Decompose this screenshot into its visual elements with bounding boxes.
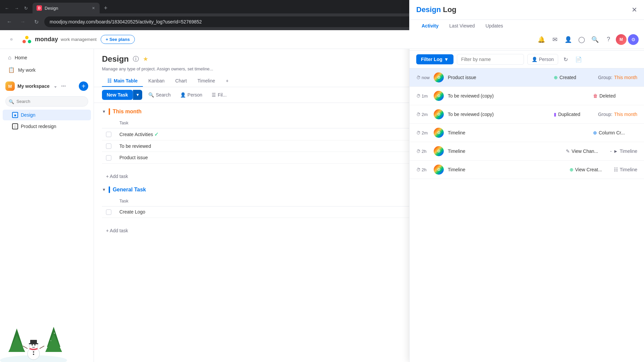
- tab-chart[interactable]: Chart: [170, 75, 192, 87]
- activity-group-link[interactable]: This month: [614, 112, 637, 117]
- column-created-icon: ⊕: [593, 130, 597, 135]
- clock-icon: ⏱: [416, 130, 421, 135]
- reload-btn[interactable]: ↻: [22, 4, 30, 12]
- activity-row: ⏱ 2m ⚙ To be reviewed (copy) ▮ Duplicate…: [410, 105, 644, 124]
- svg-marker-5: [8, 335, 25, 352]
- apps-grid-btn[interactable]: ▫: [5, 34, 17, 46]
- person-filter-icon: 👤: [532, 57, 537, 62]
- sidebar-search-icon: 🔍: [9, 99, 14, 104]
- workspace-header[interactable]: M My workspace ⌄ ⋯ +: [0, 79, 94, 94]
- workspace-more-icon[interactable]: ⋯: [61, 83, 66, 89]
- sidebar-item-home[interactable]: ⌂ Home: [3, 52, 91, 63]
- activity-extra: Timeline: [620, 148, 637, 154]
- activity-action: 🗑 Deleted: [593, 93, 633, 99]
- task-checkbox[interactable]: [106, 155, 111, 161]
- sidebar-search-wrapper: 🔍: [5, 96, 88, 107]
- export-btn[interactable]: 📄: [573, 54, 584, 65]
- task-checkbox[interactable]: [106, 132, 111, 137]
- app-logo: monday work management: [21, 34, 97, 45]
- activity-time: ⏱ 2h: [416, 149, 430, 154]
- group-general-chevron-icon: ▼: [102, 187, 106, 192]
- board-info-btn[interactable]: ⓘ: [132, 54, 140, 64]
- filter-toolbar-btn[interactable]: ☰ Fil...: [208, 90, 230, 100]
- forward-btn[interactable]: →: [12, 4, 21, 12]
- new-task-arrow-btn[interactable]: ▼: [133, 90, 143, 100]
- activity-item-icon: ⚙: [434, 91, 444, 101]
- clock-icon: ⏱: [416, 75, 421, 80]
- workspace-badge: M: [5, 81, 15, 91]
- monday-logo-icon: [21, 34, 32, 45]
- activity-group-link[interactable]: This month: [614, 75, 637, 80]
- clock-icon: ⏱: [416, 149, 421, 154]
- tab-close-btn[interactable]: ✕: [91, 5, 96, 11]
- activity-panel: Design Log ✕ Activity Last Viewed Update…: [409, 49, 644, 362]
- activity-row: ⏱ now ⚙ Product issue ⊕ Created Group: T…: [410, 68, 644, 87]
- person-toolbar-btn[interactable]: 👤 Person: [177, 90, 206, 100]
- my-work-icon: 📋: [8, 67, 15, 73]
- view-create-icon: ⊕: [570, 167, 574, 172]
- new-task-btn[interactable]: New Task: [102, 90, 133, 100]
- inbox-btn[interactable]: ✉: [549, 34, 561, 46]
- clock-icon: ⏱: [416, 112, 421, 117]
- task-checkbox[interactable]: [106, 209, 111, 215]
- activity-time: ⏱ 2h: [416, 167, 430, 172]
- logo-subtext: work management: [61, 37, 97, 42]
- tab-more[interactable]: +: [220, 75, 234, 87]
- filter-log-btn[interactable]: Filter Log ▼: [416, 54, 453, 64]
- integrations-btn[interactable]: ◯: [576, 34, 588, 46]
- svg-text:*: *: [3, 336, 4, 339]
- tab-main-table[interactable]: ☷ Main Table: [102, 75, 143, 87]
- invite-btn[interactable]: 👤: [562, 34, 574, 46]
- activity-group: - ► Timeline: [610, 148, 637, 154]
- svg-text:*: *: [50, 340, 51, 343]
- activity-extra-icon: ☷: [614, 167, 618, 172]
- activity-time: ⏱ 1m: [416, 94, 430, 99]
- sidebar-item-my-work[interactable]: 📋 My work: [3, 64, 91, 76]
- person-filter-btn[interactable]: 👤 Person: [527, 54, 558, 65]
- activity-group: Group: This month: [598, 112, 637, 117]
- browser-reload-btn[interactable]: ↻: [31, 16, 42, 27]
- sidebar-search-input[interactable]: [5, 96, 88, 107]
- activity-item-name: Timeline: [448, 167, 566, 172]
- new-task-group: New Task ▼: [102, 90, 142, 100]
- svg-point-1: [25, 36, 29, 39]
- svg-rect-13: [29, 343, 38, 344]
- activity-group: ☷ Timeline: [614, 167, 637, 172]
- help-btn[interactable]: ?: [602, 34, 614, 46]
- tab-title: Design: [45, 6, 58, 11]
- settings-btn[interactable]: ⚙: [628, 34, 639, 45]
- header-icons: 🔔 ✉ 👤 ◯ 🔍 ? M ⚙: [535, 34, 639, 46]
- back-btn[interactable]: ←: [3, 4, 11, 12]
- search-btn[interactable]: 🔍: [589, 34, 601, 46]
- activity-action: ⊕ Column Cr...: [593, 130, 633, 135]
- activity-item-name: To be reviewed (copy): [448, 112, 550, 117]
- task-done-icon: ✓: [154, 131, 159, 137]
- activity-action: ⊕ Created: [554, 75, 594, 80]
- activity-item-name: Product issue: [448, 75, 550, 80]
- active-tab[interactable]: D Design ✕: [33, 3, 100, 13]
- activity-action: ⊕ View Creat...: [570, 167, 610, 172]
- svg-text:*: *: [20, 330, 21, 332]
- sidebar: ⌂ Home 📋 My work M My workspace ⌄ ⋯ + 🔍: [0, 49, 94, 362]
- filter-log-chevron-icon: ▼: [444, 57, 449, 62]
- new-tab-btn[interactable]: +: [101, 3, 110, 13]
- notifications-btn[interactable]: 🔔: [535, 34, 547, 46]
- browser-back-btn[interactable]: ←: [4, 16, 15, 27]
- refresh-btn[interactable]: ↻: [561, 54, 570, 65]
- user-avatar[interactable]: M: [616, 34, 627, 45]
- search-toolbar-btn[interactable]: 🔍 Search: [145, 90, 174, 100]
- task-checkbox[interactable]: [106, 143, 111, 149]
- board-item-product-redesign[interactable]: □ Product redesign: [3, 121, 91, 132]
- tab-kanban[interactable]: Kanban: [143, 75, 170, 87]
- workspace-add-btn[interactable]: +: [79, 81, 88, 91]
- board-item-design[interactable]: ■ Design: [3, 110, 91, 120]
- tab-timeline[interactable]: Timeline: [192, 75, 220, 87]
- svg-text:*: *: [54, 332, 55, 336]
- svg-point-10: [32, 344, 33, 346]
- board-star-btn[interactable]: ★: [142, 54, 149, 64]
- group-general-title: General Task: [113, 187, 146, 193]
- see-plans-btn[interactable]: + See plans: [101, 35, 135, 44]
- browser-forward-btn[interactable]: →: [17, 16, 28, 27]
- activity-time: ⏱ now: [416, 75, 430, 80]
- filter-name-input[interactable]: [457, 54, 524, 65]
